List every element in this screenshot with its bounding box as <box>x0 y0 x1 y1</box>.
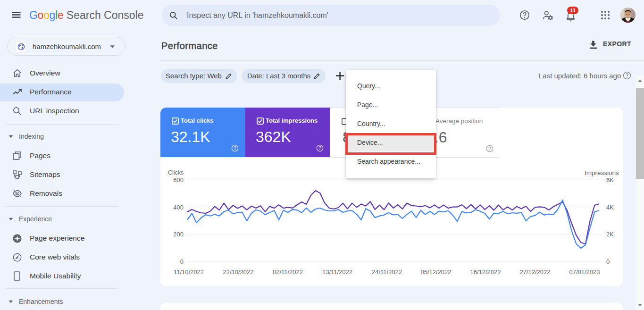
svg-text:6K: 6K <box>606 176 614 184</box>
svg-text:24/11/2022: 24/11/2022 <box>372 268 402 276</box>
svg-text:05/12/2022: 05/12/2022 <box>420 268 451 276</box>
svg-text:200: 200 <box>173 231 184 238</box>
svg-text:11/10/2022: 11/10/2022 <box>174 268 204 276</box>
svg-text:16/12/2022: 16/12/2022 <box>470 268 501 276</box>
svg-text:07/01/2023: 07/01/2023 <box>569 268 600 276</box>
svg-text:0: 0 <box>606 258 610 265</box>
svg-text:600: 600 <box>173 176 184 184</box>
svg-text:22/10/2022: 22/10/2022 <box>223 268 253 276</box>
svg-text:0: 0 <box>180 258 184 265</box>
svg-text:13/11/2022: 13/11/2022 <box>322 268 352 276</box>
svg-text:4K: 4K <box>606 204 614 211</box>
svg-text:400: 400 <box>173 204 184 211</box>
svg-text:27/12/2022: 27/12/2022 <box>519 268 550 276</box>
svg-text:02/11/2022: 02/11/2022 <box>273 268 303 276</box>
svg-text:2K: 2K <box>606 231 614 238</box>
